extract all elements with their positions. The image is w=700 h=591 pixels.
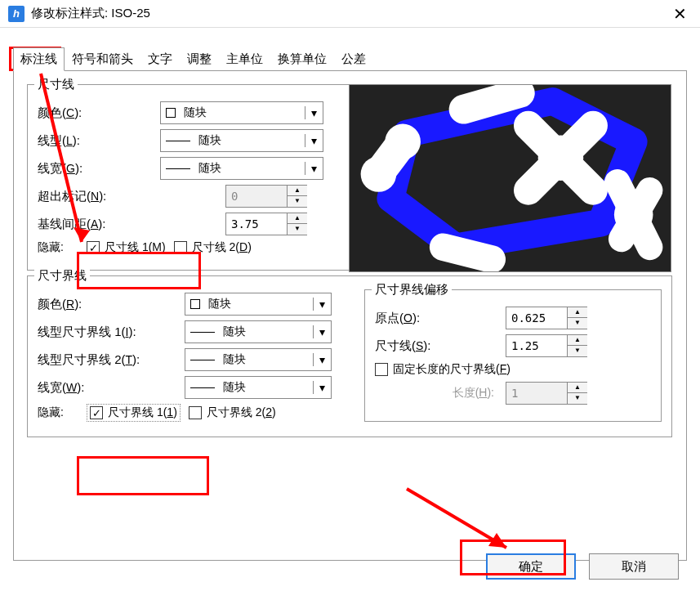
close-icon[interactable]: ✕: [668, 4, 692, 24]
combo-extcolor-text: 随块: [205, 297, 313, 311]
combo-extlt1-text: 随块: [220, 325, 313, 339]
combo-extlt1[interactable]: 随块 ▾: [185, 320, 332, 343]
spinner-baseline-input[interactable]: [226, 213, 287, 235]
checkbox-dimline1[interactable]: 尺寸线 1(M): [87, 240, 166, 255]
label-length: 长度(H):: [375, 386, 506, 401]
tabs: 标注线 符号和箭头 文字 调整 主单位 换算单位 公差: [13, 47, 700, 71]
cancel-button[interactable]: 取消: [589, 553, 679, 580]
label-lineweight: 线宽(G):: [38, 161, 160, 177]
line-icon: [166, 168, 190, 169]
spinner-dimline-off[interactable]: ▲▼: [506, 334, 587, 357]
combo-color-text: 随块: [181, 105, 305, 120]
combo-linetype[interactable]: 随块 ▾: [160, 129, 323, 152]
checkbox-extline1[interactable]: 尺寸界线 1(1): [87, 404, 181, 422]
spinner-extend: ▲▼: [225, 185, 307, 208]
combo-extlw[interactable]: 随块 ▾: [185, 376, 332, 399]
label-extcolor: 颜色(R):: [38, 297, 185, 312]
legend-extline: 尺寸界线: [34, 268, 90, 284]
chevron-down-icon: ▾: [313, 325, 331, 338]
chevron-down-icon: ▾: [305, 134, 323, 147]
chevron-down-icon: ▾: [313, 381, 331, 394]
combo-lineweight-text: 随块: [195, 161, 305, 176]
spinner-dimline-off-input[interactable]: [506, 335, 567, 356]
up-icon[interactable]: ▲: [568, 307, 587, 318]
label-dimline-off: 尺寸线(S):: [375, 338, 506, 354]
group-dimline: 尺寸线 颜色(C): 随块 ▾ 线型(L): 随块 ▾ 线宽(G): 随块 ▾: [27, 84, 352, 271]
checkbox-icon: [189, 406, 202, 419]
label-extlt1: 线型尺寸界线 1(I):: [38, 325, 185, 340]
titlebar: h 修改标注样式: ISO-25 ✕: [0, 0, 700, 28]
panel: 尺寸线 颜色(C): 随块 ▾ 线型(L): 随块 ▾ 线宽(G): 随块 ▾: [13, 70, 687, 561]
chevron-down-icon: ▾: [305, 106, 323, 119]
tab-primary[interactable]: 主单位: [219, 47, 270, 71]
line-icon: [190, 332, 215, 333]
checkbox-extline2-label: 尺寸界线 2(2): [207, 405, 276, 420]
tab-text[interactable]: 文字: [140, 47, 180, 71]
checkbox-icon: [174, 241, 187, 254]
checkbox-extline1-label: 尺寸界线 1(1): [108, 405, 177, 420]
up-icon: ▲: [568, 383, 587, 393]
spinner-origin-input[interactable]: [506, 307, 567, 329]
up-icon[interactable]: ▲: [568, 335, 587, 346]
checkbox-icon: [87, 241, 100, 254]
down-icon: ▼: [568, 393, 587, 404]
spinner-length: ▲▼: [506, 382, 587, 405]
combo-color[interactable]: 随块 ▾: [160, 101, 323, 124]
down-icon[interactable]: ▼: [288, 224, 307, 235]
label-origin: 原点(O):: [375, 311, 506, 326]
app-icon: h: [8, 6, 25, 22]
swatch-icon: [166, 108, 176, 118]
checkbox-dimline2[interactable]: 尺寸线 2(D): [174, 240, 252, 255]
label-extlw: 线宽(W):: [38, 380, 185, 396]
checkbox-dimline1-label: 尺寸线 1(M): [105, 240, 166, 255]
checkbox-fixed-label: 固定长度的尺寸界线(F): [393, 362, 511, 377]
checkbox-fixed[interactable]: 固定长度的尺寸界线(F): [375, 362, 511, 377]
legend-offset: 尺寸界线偏移: [372, 282, 452, 298]
tab-adjust[interactable]: 调整: [180, 47, 219, 71]
combo-extcolor[interactable]: 随块 ▾: [185, 293, 332, 316]
label-hide: 隐藏:: [38, 240, 87, 255]
tab-tol[interactable]: 公差: [334, 47, 373, 71]
spinner-length-input: [506, 383, 567, 404]
spinner-baseline[interactable]: ▲▼: [225, 213, 307, 235]
combo-linetype-text: 随块: [195, 133, 305, 148]
label-extlt2: 线型尺寸界线 2(T):: [38, 352, 185, 368]
combo-extlt2-text: 随块: [220, 352, 313, 367]
window-title: 修改标注样式: ISO-25: [31, 6, 668, 21]
checkbox-icon: [375, 363, 388, 376]
down-icon: ▼: [288, 196, 307, 207]
tab-dimline[interactable]: 标注线: [13, 47, 65, 71]
label-color: 颜色(C):: [38, 105, 160, 121]
down-icon[interactable]: ▼: [568, 346, 587, 356]
combo-extlw-text: 随块: [220, 380, 313, 395]
chevron-down-icon: ▾: [313, 298, 331, 311]
combo-extlt2[interactable]: 随块 ▾: [185, 348, 332, 371]
checkbox-icon: [90, 406, 103, 419]
down-icon[interactable]: ▼: [568, 318, 587, 329]
legend-dimline: 尺寸线: [34, 77, 78, 92]
chevron-down-icon: ▾: [305, 162, 323, 175]
tab-symbols[interactable]: 符号和箭头: [65, 47, 140, 71]
group-extline: 尺寸界线 颜色(R): 随块 ▾ 线型尺寸界线 1(I): 随块 ▾ 线型尺: [27, 275, 672, 437]
line-icon: [166, 141, 190, 141]
line-icon: [190, 360, 215, 360]
up-icon: ▲: [288, 186, 307, 196]
label-baseline: 基线间距(A):: [38, 217, 160, 232]
checkbox-extline2[interactable]: 尺寸界线 2(2): [189, 405, 276, 420]
preview-pane: [349, 84, 671, 272]
label-exthide: 隐藏:: [38, 405, 87, 420]
combo-lineweight[interactable]: 随块 ▾: [160, 157, 323, 180]
label-extend: 超出标记(N):: [38, 189, 160, 204]
spinner-extend-input: [226, 186, 287, 207]
group-offset: 尺寸界线偏移 原点(O): ▲▼ 尺寸线(S): ▲▼: [364, 289, 662, 422]
chevron-down-icon: ▾: [313, 353, 331, 366]
spinner-origin[interactable]: ▲▼: [506, 307, 587, 329]
label-linetype: 线型(L):: [38, 133, 160, 149]
checkbox-dimline2-label: 尺寸线 2(D): [192, 240, 252, 255]
ok-button[interactable]: 确定: [486, 553, 576, 580]
tab-alt[interactable]: 换算单位: [270, 47, 334, 71]
footer: 确定 取消: [486, 553, 679, 580]
line-icon: [190, 387, 215, 388]
swatch-icon: [190, 299, 200, 309]
up-icon[interactable]: ▲: [288, 213, 307, 224]
